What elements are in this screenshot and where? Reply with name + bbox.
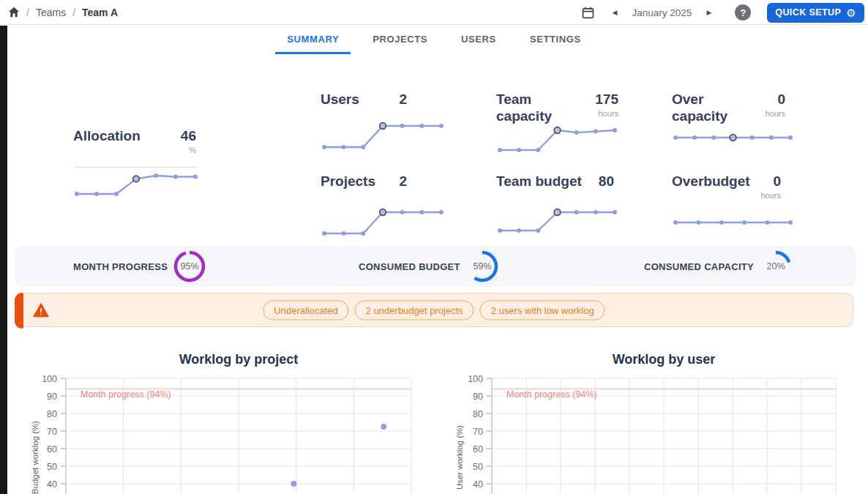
breadcrumb-separator: / bbox=[72, 7, 75, 18]
y-tick-label: 50 bbox=[473, 462, 483, 472]
y-tick-label: 40 bbox=[473, 479, 483, 490]
breadcrumb-item-teams[interactable]: Teams bbox=[36, 7, 66, 18]
annotation-label: Month progress (94%) bbox=[81, 389, 171, 400]
sparkline-over-capacity bbox=[672, 121, 794, 154]
metric-unit: hours bbox=[598, 109, 618, 118]
sparkline-overbudget bbox=[672, 206, 794, 239]
alert-banner: Underallocated2 underbudget projects2 us… bbox=[15, 293, 853, 327]
y-tick-label: 50 bbox=[47, 462, 57, 472]
y-axis-label: User worklog (%) bbox=[455, 425, 464, 490]
period-label: January 2025 bbox=[621, 7, 702, 18]
metric-label: Overbudget bbox=[672, 173, 750, 190]
left-edge-strip bbox=[0, 26, 7, 494]
progress-consumed-capacity: CONSUMED CAPACITY20% bbox=[644, 246, 793, 287]
breadcrumb-item-team-a: Team A bbox=[82, 7, 118, 18]
metric-value: 46 bbox=[181, 127, 196, 144]
y-tick-label: 70 bbox=[47, 427, 57, 437]
metric-value: 175 bbox=[595, 91, 618, 108]
threshold-line bbox=[75, 167, 198, 168]
top-bar-right: ◀ January 2025 ▶ ? QUICK SETUP ⚙ bbox=[582, 0, 868, 25]
progress-label: CONSUMED CAPACITY bbox=[644, 261, 754, 272]
metric-value: 80 bbox=[599, 173, 614, 190]
sparkline-projects bbox=[321, 205, 445, 240]
top-bar: / Teams / Team A ◀ January 2025 ▶ ? QUIC… bbox=[0, 0, 868, 25]
metric-team-budget: Team budget80 bbox=[496, 173, 618, 237]
annotation-label: Month progress (94%) bbox=[506, 389, 597, 400]
metric-label: Users bbox=[321, 91, 359, 108]
metric-unit: hours bbox=[760, 191, 781, 200]
y-axis-label: Budget worklog (%) bbox=[31, 421, 40, 494]
y-tick-label: 60 bbox=[473, 444, 483, 454]
help-icon[interactable]: ? bbox=[735, 4, 751, 20]
metric-value: 2 bbox=[399, 91, 407, 108]
y-tick-label: 70 bbox=[473, 427, 483, 437]
y-tick-label: 90 bbox=[473, 392, 483, 402]
progress-row: MONTH PROGRESS95%CONSUMED BUDGET59%CONSU… bbox=[15, 246, 856, 287]
previous-month-icon[interactable]: ◀ bbox=[607, 6, 621, 19]
metric-team-capacity: Team capacity175hours bbox=[496, 91, 618, 157]
metric-value: 2 bbox=[399, 173, 407, 190]
metric-label: Team capacity bbox=[496, 91, 562, 124]
progress-ring: 20% bbox=[759, 250, 793, 283]
tab-settings[interactable]: SETTINGS bbox=[518, 26, 593, 54]
metric-over-capacity: Over capacity0hours bbox=[672, 91, 794, 154]
sparkline-team-capacity bbox=[496, 123, 618, 157]
metric-value: 0 bbox=[773, 173, 781, 190]
y-tick-label: 40 bbox=[47, 479, 57, 490]
tab-users[interactable]: USERS bbox=[449, 26, 508, 54]
quick-setup-button[interactable]: QUICK SETUP ⚙ bbox=[767, 3, 864, 23]
tab-bar: SUMMARYPROJECTSUSERSSETTINGS bbox=[0, 26, 868, 54]
metric-unit: % bbox=[189, 146, 196, 154]
next-month-icon[interactable]: ▶ bbox=[702, 6, 716, 19]
quick-setup-label: QUICK SETUP bbox=[775, 7, 841, 18]
metric-label: Over capacity bbox=[672, 91, 738, 124]
y-tick-label: 100 bbox=[468, 374, 483, 384]
worklog-by-user-chart: 100908070605040Month progress (94%)Workl… bbox=[439, 337, 868, 494]
metric-label: Projects bbox=[321, 173, 375, 190]
gear-icon: ⚙ bbox=[846, 7, 856, 18]
metric-projects: Projects2 bbox=[321, 173, 445, 240]
metric-label: Team budget bbox=[496, 173, 582, 190]
svg-text:95%: 95% bbox=[181, 261, 199, 272]
home-icon[interactable] bbox=[8, 7, 20, 18]
metric-users: Users2 bbox=[321, 91, 445, 154]
worklog-by-project-chart: 100908070605040Month progress (94%)Workl… bbox=[15, 337, 424, 494]
sparkline-users bbox=[321, 119, 445, 154]
progress-month-progress: MONTH PROGRESS95% bbox=[73, 246, 206, 287]
metric-value: 0 bbox=[777, 91, 785, 108]
progress-label: MONTH PROGRESS bbox=[73, 261, 168, 272]
svg-text:59%: 59% bbox=[473, 261, 491, 272]
y-tick-label: 100 bbox=[42, 374, 57, 384]
metric-label: Allocation bbox=[73, 127, 141, 144]
warning-icon bbox=[33, 303, 49, 321]
metric-overbudget: Overbudget0hours bbox=[672, 173, 794, 239]
progress-consumed-budget: CONSUMED BUDGET59% bbox=[359, 246, 499, 287]
y-tick-label: 60 bbox=[47, 444, 57, 454]
progress-label: CONSUMED BUDGET bbox=[359, 261, 460, 272]
sparkline-allocation bbox=[73, 168, 199, 201]
alert-accent-bar bbox=[15, 293, 23, 329]
breadcrumb: / Teams / Team A bbox=[0, 7, 118, 18]
sparkline-team-budget bbox=[496, 205, 618, 237]
metric-allocation: Allocation46% bbox=[73, 127, 199, 201]
progress-ring: 95% bbox=[173, 250, 206, 283]
svg-text:20%: 20% bbox=[767, 261, 785, 272]
calendar-icon[interactable] bbox=[582, 7, 594, 19]
alert-chips: Underallocated2 underbudget projects2 us… bbox=[263, 300, 605, 320]
chart-title: Worklog by user bbox=[613, 352, 716, 367]
y-tick-label: 80 bbox=[47, 409, 57, 419]
chart-title: Worklog by project bbox=[179, 352, 299, 367]
alert-chip[interactable]: 2 underbudget projects bbox=[355, 300, 474, 320]
metric-unit: hours bbox=[765, 109, 785, 118]
y-tick-label: 80 bbox=[473, 409, 483, 419]
tab-summary[interactable]: SUMMARY bbox=[275, 26, 351, 54]
team-dashboard-page: / Teams / Team A ◀ January 2025 ▶ ? QUIC… bbox=[0, 0, 868, 494]
progress-ring: 59% bbox=[465, 250, 499, 283]
tab-projects[interactable]: PROJECTS bbox=[361, 26, 439, 54]
y-tick-label: 90 bbox=[47, 392, 57, 402]
alert-chip[interactable]: 2 users with low worklog bbox=[480, 300, 605, 320]
alert-chip[interactable]: Underallocated bbox=[263, 300, 348, 320]
breadcrumb-separator: / bbox=[26, 7, 29, 18]
